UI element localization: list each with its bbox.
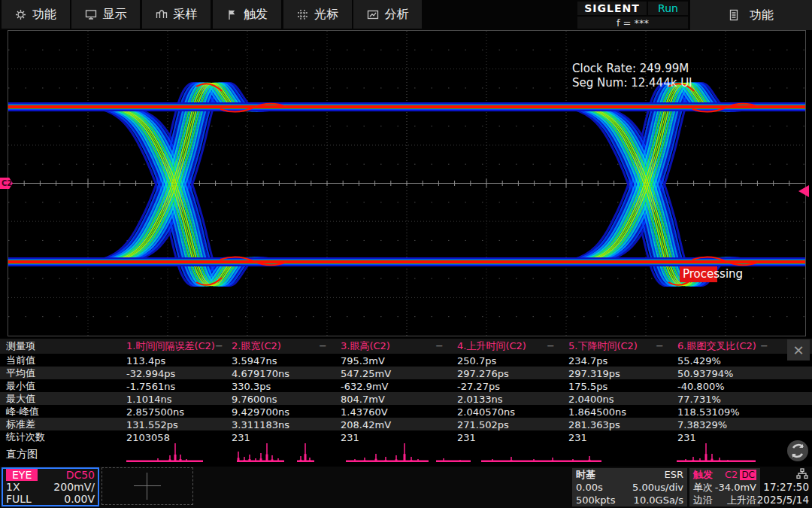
channel-coupling: DC50 (66, 469, 95, 481)
brand-logo: SIGLENT (577, 2, 647, 15)
measure-value: 1.1014ns (120, 394, 226, 405)
measure-value: 175.5ps (562, 381, 671, 392)
measure-value: 231 (226, 432, 335, 443)
measure-value: 297.319ps (562, 368, 671, 379)
measure-value: 2.857500ns (120, 406, 226, 418)
menu-label: 功能 (750, 8, 774, 23)
remove-measure-icon[interactable]: − (215, 342, 223, 350)
row-label: 峰-峰值 (0, 405, 120, 418)
display-icon (85, 9, 97, 20)
bottom-status-bar: EYE DC50 1X 200mV/ FULL 0.00V 时基 ESR 0.0… (0, 467, 812, 508)
menu-item-function[interactable]: 功能 (2, 0, 70, 29)
measure-value: 9.7600ns (226, 394, 335, 405)
row-label: 标准差 (0, 418, 120, 431)
measure-value: 271.502ps (451, 419, 562, 430)
table-row: 峰-峰值2.857500ns9.429700ns1.43760V2.040570… (0, 405, 812, 418)
measure-column-header: 5.下降时间(C2) − (562, 339, 671, 353)
measure-value: 795.3mV (335, 355, 451, 367)
row-label: 统计次数 (0, 430, 120, 444)
trigger-delay: 0.00s (576, 482, 603, 493)
menu-label: 显示 (103, 7, 127, 23)
row-label: 平均值 (0, 367, 120, 380)
lan-network-icon (796, 468, 808, 479)
remove-measure-icon[interactable]: − (760, 342, 768, 350)
channel-descriptor-box[interactable]: EYE DC50 1X 200mV/ FULL 0.00V (2, 467, 99, 506)
measure-column-header: 2.眼宽(C2) − (226, 339, 335, 353)
table-row: 统计次数2103058231231231231231 (0, 430, 812, 443)
measure-value: 281.363ps (562, 419, 671, 430)
measure-value: 231 (335, 432, 451, 443)
remove-measure-icon[interactable]: − (547, 342, 555, 350)
measure-value: 297.276ps (451, 368, 562, 379)
oscilloscope-screen: 功能 显示 采样 触发 光标 (0, 0, 812, 508)
measurement-table: 测量项 1.时间间隔误差(C2) − 2.眼宽(C2) − 3.眼高(C2) −… (0, 339, 812, 443)
remove-measure-icon[interactable]: − (435, 342, 444, 350)
measure-value: 118.53109% (671, 406, 812, 418)
menu-item-cursor[interactable]: 光标 (283, 0, 352, 29)
measure-column-header: 1.时间间隔误差(C2) − (120, 339, 226, 353)
crosshair-icon (134, 473, 161, 500)
measure-value: 9.429700ns (226, 406, 335, 418)
vertical-scale: 200mV/ (53, 481, 95, 493)
table-header-row: 测量项 1.时间间隔误差(C2) − 2.眼宽(C2) − 3.眼高(C2) −… (0, 339, 812, 354)
close-icon: ✕ (792, 342, 804, 358)
table-row: 最大值1.1014ns9.7600ns804.7mV2.0133ns2.0400… (0, 392, 812, 405)
close-table-button[interactable]: ✕ (787, 339, 810, 360)
table-row: 最小值-1.7561ns330.3ps-632.9mV-27.27ps175.5… (0, 379, 812, 392)
top-menu-bar: 功能 显示 采样 触发 光标 (0, 0, 812, 30)
measure-value: 231 (451, 432, 562, 443)
menu-item-acquire[interactable]: 采样 (142, 0, 211, 29)
menu-label: 采样 (174, 7, 198, 23)
measure-value: 3.5947ns (226, 355, 335, 367)
measure-value: 250.7ps (451, 355, 562, 367)
measure-value: 208.42mV (335, 419, 451, 430)
measure-column-header: 4.上升时间(C2) − (451, 339, 562, 353)
eye-measurement-annotation: Clock Rate: 249.99M Seg Num: 12.444k UI (572, 62, 692, 90)
trigger-level: -34.0mV (715, 482, 756, 493)
measure-value: 1.864500ns (562, 406, 671, 418)
table-row: 平均值-32.994ps4.679170ns547.25mV297.276ps2… (0, 367, 812, 379)
histogram-label: 直方图 (6, 448, 38, 461)
timebase-box[interactable]: 时基 ESR 0.00s 5.00us/div 500kpts 10.0GSa/… (572, 468, 687, 506)
brand-status-box: SIGLENT Run (577, 2, 688, 15)
measure-value: 50.93794% (671, 368, 812, 379)
trigger-type: 边沿 (693, 494, 713, 507)
trigger-source: C2 (725, 469, 738, 480)
measure-value: 547.25mV (335, 368, 451, 379)
trigger-box[interactable]: 触发 C2DC 单次 -34.0mV 边沿 上升沿 (689, 468, 760, 506)
menu-item-trigger[interactable]: 触发 (213, 0, 281, 29)
waveform-plot-area[interactable]: Clock Rate: 249.99M Seg Num: 12.444k UI … (8, 30, 806, 336)
sample-rate: 10.0GSa/s (634, 494, 683, 506)
measure-value: 7.38329% (671, 419, 812, 430)
channel-name-badge: EYE (6, 469, 38, 481)
system-date: 2025/5/14 (757, 494, 809, 506)
measure-value: 2.040570ns (451, 406, 562, 418)
probe-attenuation: 1X (6, 481, 20, 493)
measure-value: -632.9mV (335, 381, 451, 392)
remove-measure-icon[interactable]: − (319, 342, 327, 350)
measure-value: 3.311183ns (226, 419, 335, 430)
gear-icon (15, 9, 26, 20)
processing-indicator: Processing (680, 266, 747, 282)
menu-label: 触发 (244, 7, 268, 23)
remove-measure-icon[interactable]: − (656, 342, 664, 350)
run-status[interactable]: Run (648, 2, 688, 15)
system-clock: 17:27:50 2025/5/14 (762, 468, 810, 506)
function-menu-button[interactable]: 功能 (690, 0, 812, 30)
menu-item-display[interactable]: 显示 (71, 0, 140, 29)
measure-value: 2103058 (120, 432, 226, 443)
cursor-icon (297, 9, 308, 20)
measure-column-header: 3.眼高(C2) − (335, 339, 451, 353)
empty-channel-slot[interactable] (102, 467, 193, 505)
trigger-coupling-badge: DC (740, 470, 756, 480)
list-icon (729, 9, 739, 21)
row-label: 当前值 (0, 354, 120, 367)
table-corner-label: 测量项 (0, 339, 120, 353)
acquisition-mode: ESR (665, 469, 684, 480)
row-label: 最大值 (0, 392, 120, 406)
trigger-sweep-mode: 单次 (693, 481, 713, 494)
menu-item-analysis[interactable]: 分析 (353, 0, 422, 29)
table-body: 当前值113.4ps3.5947ns795.3mV250.7ps234.7ps5… (0, 354, 812, 443)
measure-value: 2.0400ns (562, 394, 671, 405)
refresh-icon[interactable] (785, 438, 810, 464)
